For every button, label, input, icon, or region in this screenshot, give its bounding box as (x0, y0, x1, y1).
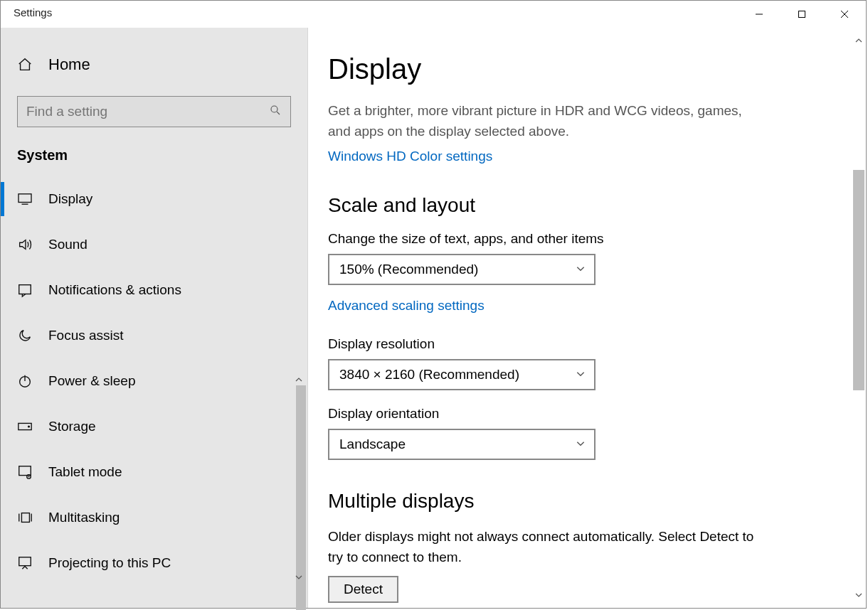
storage-icon (17, 419, 33, 434)
multiple-displays-heading: Multiple displays (328, 490, 837, 513)
close-button[interactable] (823, 1, 866, 28)
search-box[interactable] (17, 96, 291, 127)
home-label: Home (48, 55, 90, 74)
sidebar-item-power-sleep[interactable]: Power & sleep (1, 358, 307, 404)
window-controls (738, 1, 866, 28)
sidebar-item-label: Multitasking (48, 510, 120, 525)
chevron-down-icon (576, 437, 586, 452)
search-wrap (17, 96, 291, 127)
home-icon (17, 57, 33, 73)
sidebar-item-label: Notifications & actions (48, 282, 181, 298)
chevron-down-icon (576, 367, 586, 382)
app-title: Settings (1, 1, 52, 18)
sidebar-item-notifications[interactable]: Notifications & actions (1, 267, 307, 313)
svg-rect-18 (19, 557, 31, 566)
settings-window: Settings Home (0, 0, 867, 609)
main-panel: Display Get a brighter, more vibrant pic… (308, 28, 866, 608)
notifications-icon (17, 282, 33, 298)
hd-color-settings-link[interactable]: Windows HD Color settings (328, 149, 492, 164)
resolution-dropdown[interactable]: 3840 × 2160 (Recommended) (328, 359, 596, 390)
nav-list: Display Sound Notifications & actions (1, 176, 307, 586)
sidebar-item-projecting[interactable]: Projecting to this PC (1, 540, 307, 586)
svg-rect-13 (19, 466, 31, 476)
page-title: Display (328, 53, 837, 85)
scale-value: 150% (Recommended) (339, 262, 478, 277)
svg-rect-16 (21, 513, 29, 523)
sidebar-item-label: Tablet mode (48, 464, 122, 480)
svg-rect-1 (799, 11, 805, 18)
main-scrollbar-thumb[interactable] (853, 170, 864, 390)
sidebar: Home System (1, 28, 308, 608)
advanced-scaling-link[interactable]: Advanced scaling settings (328, 298, 485, 314)
minimize-button[interactable] (738, 1, 780, 28)
svg-point-4 (271, 106, 277, 112)
sidebar-item-label: Power & sleep (48, 373, 136, 389)
chevron-down-icon (576, 262, 586, 277)
sidebar-item-multitasking[interactable]: Multitasking (1, 495, 307, 540)
detect-button[interactable]: Detect (328, 576, 398, 603)
search-icon (269, 104, 282, 119)
scroll-down-icon[interactable] (853, 589, 864, 601)
sidebar-item-display[interactable]: Display (1, 176, 307, 222)
main-scrollbar[interactable] (853, 35, 864, 601)
svg-rect-8 (19, 285, 31, 294)
scale-dropdown[interactable]: 150% (Recommended) (328, 254, 596, 285)
orientation-dropdown[interactable]: Landscape (328, 429, 596, 460)
scale-layout-heading: Scale and layout (328, 194, 837, 217)
resolution-value: 3840 × 2160 (Recommended) (339, 367, 519, 382)
scroll-up-icon[interactable] (853, 35, 864, 46)
display-icon (17, 191, 33, 207)
sidebar-item-label: Sound (48, 237, 88, 252)
svg-line-5 (277, 112, 280, 114)
focus-assist-icon (17, 328, 33, 343)
multiple-displays-desc: Older displays might not always connect … (328, 527, 755, 567)
sidebar-item-label: Projecting to this PC (48, 555, 171, 571)
sidebar-item-sound[interactable]: Sound (1, 222, 307, 267)
maximize-button[interactable] (780, 1, 823, 28)
projecting-icon (17, 555, 33, 571)
power-icon (17, 373, 33, 389)
svg-point-12 (28, 426, 30, 427)
sidebar-item-label: Focus assist (48, 328, 124, 343)
home-nav[interactable]: Home (1, 42, 307, 87)
window-body: Home System (1, 28, 866, 608)
multitasking-icon (17, 510, 33, 525)
sidebar-item-label: Storage (48, 419, 96, 434)
search-input[interactable] (26, 104, 269, 119)
sidebar-item-storage[interactable]: Storage (1, 404, 307, 449)
scale-label: Change the size of text, apps, and other… (328, 231, 837, 247)
sidebar-item-label: Display (48, 191, 92, 207)
orientation-label: Display orientation (328, 406, 837, 422)
resolution-label: Display resolution (328, 336, 837, 352)
sidebar-item-focus-assist[interactable]: Focus assist (1, 313, 307, 358)
sidebar-item-tablet-mode[interactable]: Tablet mode (1, 449, 307, 495)
tablet-icon (17, 464, 33, 480)
category-header: System (1, 127, 307, 176)
sound-icon (17, 237, 33, 252)
svg-rect-6 (18, 194, 31, 203)
titlebar: Settings (1, 1, 866, 28)
hdr-description: Get a brighter, more vibrant picture in … (328, 101, 755, 141)
orientation-value: Landscape (339, 437, 406, 452)
